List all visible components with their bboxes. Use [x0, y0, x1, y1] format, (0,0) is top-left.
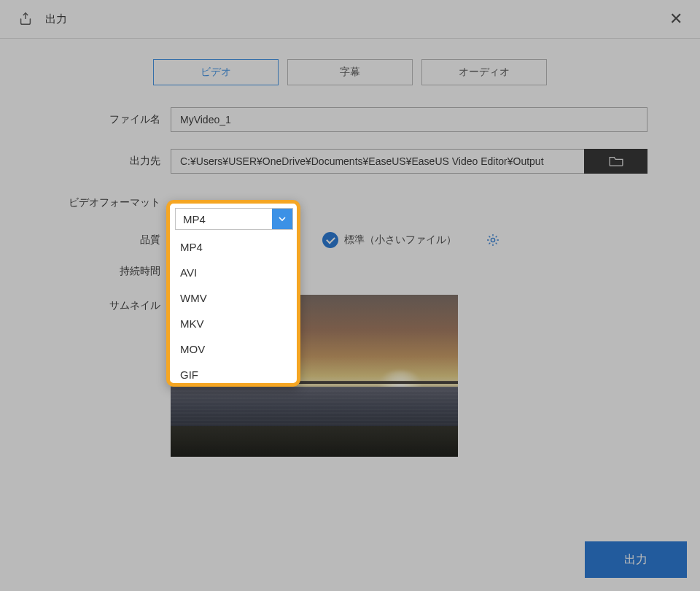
- tabbar: ビデオ 字幕 オーディオ: [0, 59, 700, 85]
- video-format-dropdown: MP4 MP4 AVI WMV MKV MOV GIF: [166, 200, 300, 387]
- tab-audio[interactable]: オーディオ: [421, 59, 547, 85]
- label-quality: 品質: [0, 233, 171, 247]
- label-video-format: ビデオフォーマット: [0, 196, 171, 209]
- label-output-to: 出力先: [0, 155, 171, 168]
- row-output-path: 出力先 C:¥Users¥USER¥OneDrive¥Documents¥Eas…: [0, 149, 700, 174]
- quality-settings-button[interactable]: [486, 233, 500, 247]
- svg-point-0: [491, 238, 494, 242]
- label-duration: 持続時間: [0, 265, 171, 278]
- label-filename: ファイル名: [0, 113, 171, 126]
- header: 出力 ✕: [0, 0, 700, 39]
- filename-input[interactable]: MyVideo_1: [171, 107, 648, 132]
- close-icon[interactable]: ✕: [666, 8, 685, 30]
- row-video-format: ビデオフォーマット: [0, 190, 700, 215]
- row-quality: 品質 標準（小さいファイル）: [0, 232, 700, 248]
- header-title: 出力: [45, 12, 67, 26]
- export-icon: [18, 11, 34, 27]
- label-thumbnail: サムネイル: [0, 295, 171, 312]
- tab-video[interactable]: ビデオ: [153, 59, 279, 85]
- row-thumbnail: サムネイル: [0, 295, 700, 457]
- tab-subtitle[interactable]: 字幕: [287, 59, 413, 85]
- radio-checked-icon: [322, 232, 338, 248]
- format-option-mkv[interactable]: MKV: [170, 311, 297, 336]
- chevron-down-icon: [272, 209, 292, 229]
- format-option-wmv[interactable]: WMV: [170, 285, 297, 311]
- row-filename: ファイル名 MyVideo_1: [0, 107, 700, 132]
- quality-standard-radio[interactable]: 標準（小さいファイル）: [322, 232, 456, 248]
- format-option-mov[interactable]: MOV: [170, 336, 297, 362]
- browse-folder-button[interactable]: [584, 149, 648, 174]
- folder-icon: [608, 155, 624, 167]
- row-duration: 持続時間: [0, 265, 700, 278]
- output-button[interactable]: 出力: [585, 541, 687, 578]
- format-option-avi[interactable]: AVI: [170, 260, 297, 285]
- format-option-mp4[interactable]: MP4: [170, 234, 297, 260]
- format-option-gif[interactable]: GIF: [170, 362, 297, 387]
- output-path-input[interactable]: C:¥Users¥USER¥OneDrive¥Documents¥EaseUS¥…: [171, 149, 585, 174]
- video-format-select[interactable]: MP4: [175, 208, 293, 230]
